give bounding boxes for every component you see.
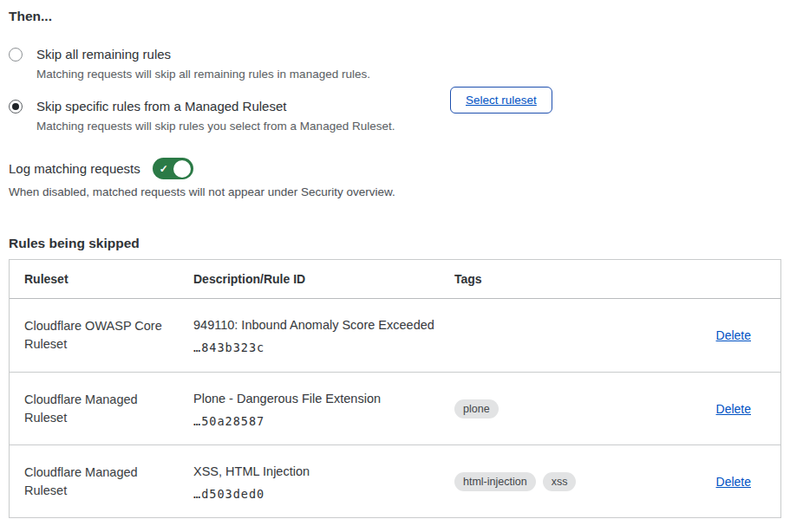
table-row: Cloudflare Managed Ruleset Plone - Dange… [10, 372, 780, 444]
log-matching-row: Log matching requests ✓ [9, 158, 781, 179]
rule-description: Plone - Dangerous File Extension [193, 390, 441, 407]
column-header-description: Description/Rule ID [193, 272, 454, 286]
radio-unselected-icon[interactable] [9, 48, 23, 62]
table-row: Cloudflare OWASP Core Ruleset 949110: In… [10, 299, 780, 372]
tag-badge: xss [543, 472, 577, 491]
delete-rule-link[interactable]: Delete [716, 475, 751, 489]
rule-id: …50a28587 [193, 414, 441, 428]
toggle-knob [173, 160, 191, 178]
ruleset-name: Cloudflare OWASP Core Ruleset [24, 317, 176, 354]
option-skip-specific-label[interactable]: Skip specific rules from a Managed Rules… [36, 97, 395, 116]
delete-rule-link[interactable]: Delete [716, 402, 751, 416]
option-skip-specific-rules[interactable]: Skip specific rules from a Managed Rules… [9, 97, 781, 135]
rules-being-skipped-heading: Rules being skipped [9, 234, 781, 253]
rule-tags: html-injection xss [454, 472, 654, 491]
log-matching-toggle[interactable]: ✓ [153, 158, 193, 179]
column-header-ruleset: Ruleset [10, 272, 193, 286]
log-matching-description: When disabled, matched requests will not… [9, 184, 781, 201]
ruleset-name: Cloudflare Managed Ruleset [24, 464, 176, 500]
tag-badge: plone [454, 399, 499, 418]
rule-description: 949110: Inbound Anomaly Score Exceeded [193, 316, 441, 334]
skipped-rules-table: Ruleset Description/Rule ID Tags Cloudfl… [9, 259, 781, 518]
ruleset-name: Cloudflare Managed Ruleset [24, 391, 176, 427]
waf-rule-config-page: Then... Skip all remaining rules Matchin… [0, 0, 790, 532]
then-heading: Then... [9, 8, 781, 25]
log-matching-label: Log matching requests [9, 159, 140, 179]
rule-tags: plone [454, 399, 654, 418]
action-options: Skip all remaining rules Matching reques… [9, 45, 781, 135]
select-ruleset-button[interactable]: Select ruleset [450, 87, 552, 114]
radio-selected-icon[interactable] [9, 100, 23, 114]
option-skip-specific-description: Matching requests will skip rules you se… [36, 118, 395, 135]
table-row: Cloudflare Managed Ruleset XSS, HTML Inj… [10, 444, 780, 517]
check-icon: ✓ [160, 162, 168, 174]
delete-rule-link[interactable]: Delete [716, 328, 751, 342]
rule-id: …d503ded0 [193, 487, 441, 501]
rule-description: XSS, HTML Injection [193, 463, 441, 480]
column-header-tags: Tags [454, 272, 654, 286]
rule-id: …843b323c [193, 341, 441, 354]
option-skip-all-label[interactable]: Skip all remaining rules [36, 45, 370, 64]
table-header-row: Ruleset Description/Rule ID Tags [10, 260, 780, 299]
option-skip-all-rules[interactable]: Skip all remaining rules Matching reques… [9, 45, 781, 83]
option-skip-all-description: Matching requests will skip all remainin… [36, 66, 370, 83]
tag-badge: html-injection [454, 472, 536, 491]
